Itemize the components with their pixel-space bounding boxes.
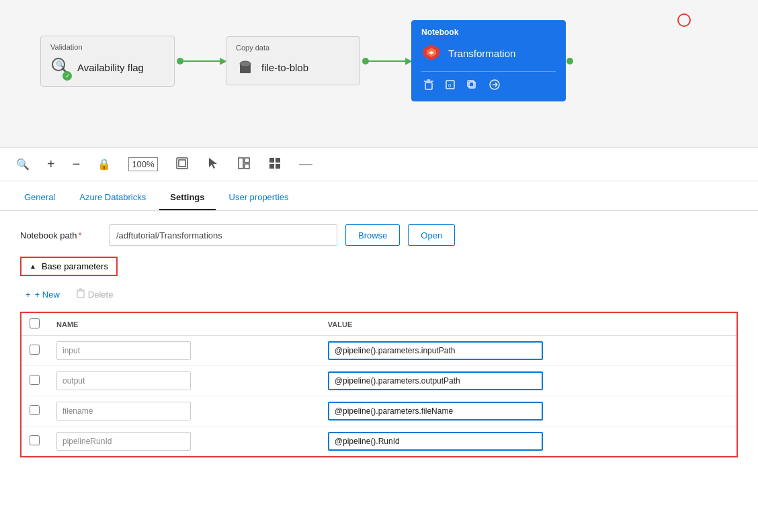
validation-node-label: Availability flag: [77, 62, 144, 73]
svg-rect-23: [179, 160, 185, 167]
row-1-checkbox[interactable]: [30, 345, 40, 355]
copy-data-node[interactable]: Copy data file-to-blob: [226, 36, 360, 85]
row-checkbox-cell: [22, 336, 48, 366]
row-4-checkbox[interactable]: [30, 435, 40, 445]
fit-page-icon: [175, 157, 189, 173]
params-table: NAME VALUE: [22, 313, 736, 456]
copy-data-node-label: file-to-blob: [261, 62, 308, 73]
svg-rect-31: [276, 164, 280, 169]
svg-rect-25: [239, 158, 243, 169]
row-checkbox-cell: [22, 366, 48, 396]
trash-icon: [76, 288, 85, 301]
base-params-label: Base parameters: [42, 261, 108, 271]
base-params-toggle[interactable]: ▲ Base parameters: [20, 257, 118, 276]
notebook-delete-btn[interactable]: [421, 77, 436, 94]
row-4-value-input[interactable]: [328, 432, 543, 451]
open-button[interactable]: Open: [408, 224, 455, 246]
svg-rect-28: [269, 158, 274, 163]
row-1-value-input[interactable]: [328, 341, 543, 360]
row-3-name-cell: [48, 396, 320, 427]
svg-rect-26: [245, 158, 249, 163]
tab-user-properties[interactable]: User properties: [218, 185, 300, 210]
pipeline-canvas[interactable]: Validation 🔍 ✓ Availability flag: [0, 0, 758, 148]
row-3-name-input[interactable]: [56, 402, 191, 420]
zoom-toolbar-btn[interactable]: 100%: [126, 156, 160, 173]
select-all-checkbox[interactable]: [30, 318, 40, 328]
table-row: [22, 396, 736, 427]
new-param-button[interactable]: + + New: [20, 287, 65, 302]
plus-icon-small: +: [26, 290, 31, 300]
validation-node[interactable]: Validation 🔍 ✓ Availability flag: [40, 36, 175, 87]
remove-toolbar-btn[interactable]: −: [70, 155, 83, 173]
cursor-icon: [206, 157, 220, 173]
table-row: [22, 427, 736, 457]
layout-icon: [237, 157, 251, 173]
layout-toolbar-btn[interactable]: [235, 155, 253, 174]
row-1-name-input[interactable]: [56, 341, 191, 360]
required-indicator: *: [79, 230, 82, 240]
row-4-name-input[interactable]: [56, 432, 191, 451]
notebook-path-label: Notebook path*: [20, 230, 101, 240]
notebook-node-footer: 0: [421, 71, 556, 94]
copy-data-node-header: Copy data: [236, 44, 350, 52]
notebook-output-btn[interactable]: [486, 77, 503, 94]
arrow-2: [360, 60, 411, 62]
notebook-copy-btn[interactable]: [464, 77, 479, 94]
search-toolbar-btn[interactable]: 🔍: [13, 157, 32, 172]
row-2-value-input[interactable]: [328, 371, 543, 390]
notebook-node-label: Transformation: [448, 48, 515, 59]
svg-rect-11: [425, 83, 432, 89]
col-checkbox: [22, 313, 48, 336]
col-name-header: NAME: [48, 313, 320, 336]
lock-icon: 🔒: [97, 158, 111, 171]
add-toolbar-btn[interactable]: +: [44, 155, 58, 173]
settings-tabs: General Azure Databricks Settings User p…: [0, 181, 758, 211]
delete-param-button[interactable]: Delete: [71, 285, 119, 304]
row-2-name-cell: [48, 366, 320, 396]
row-1-value-cell: [320, 336, 736, 366]
notebook-path-row: Notebook path* Browse Open: [20, 224, 738, 246]
notebook-right-connector: [566, 58, 573, 64]
tab-azure-databricks[interactable]: Azure Databricks: [69, 185, 157, 210]
search-validate-icon: 🔍 ✓: [50, 56, 71, 79]
row-checkbox-cell: [22, 396, 48, 427]
row-checkbox-cell: [22, 427, 48, 457]
row-3-checkbox[interactable]: [30, 405, 40, 415]
notebook-node-body: Transformation: [421, 42, 556, 64]
copy-data-node-body: file-to-blob: [236, 57, 350, 78]
lock-toolbar-btn[interactable]: 🔒: [95, 157, 114, 172]
svg-rect-32: [77, 291, 84, 298]
tab-general[interactable]: General: [13, 185, 66, 210]
table-row: [22, 366, 736, 396]
notebook-node[interactable]: Notebook Transformation 0: [411, 20, 566, 101]
tab-settings[interactable]: Settings: [159, 185, 215, 210]
row-2-value-cell: [320, 366, 736, 396]
arrow-1: [175, 60, 226, 62]
svg-rect-29: [276, 158, 280, 163]
search-icon: 🔍: [16, 158, 30, 171]
svg-rect-30: [269, 164, 274, 169]
row-3-value-input[interactable]: [328, 402, 543, 420]
fit-page-btn[interactable]: [173, 155, 192, 174]
svg-rect-27: [245, 164, 249, 169]
notebook-activity-log-btn[interactable]: 0: [443, 77, 458, 94]
notebook-path-input[interactable]: [109, 224, 337, 246]
row-2-checkbox[interactable]: [30, 375, 40, 385]
table-row: [22, 336, 736, 366]
databricks-icon: [421, 42, 441, 64]
settings-panel: Notebook path* Browse Open ▲ Base parame…: [0, 211, 758, 471]
validation-node-body: 🔍 ✓ Availability flag: [50, 56, 165, 79]
svg-text:✓: ✓: [65, 73, 71, 79]
plus-icon: +: [47, 157, 55, 172]
row-2-name-input[interactable]: [56, 371, 191, 390]
param-actions: + + New Delete: [20, 285, 738, 304]
collapse-icon: ▲: [30, 263, 36, 270]
grid-icon: [268, 157, 282, 173]
canvas-toolbar: 🔍 + − 🔒 100%: [0, 148, 758, 181]
browse-button[interactable]: Browse: [345, 224, 400, 246]
grid-toolbar-btn[interactable]: [265, 155, 284, 174]
toolbar-separator: [299, 164, 312, 165]
row-4-name-cell: [48, 427, 320, 457]
cursor-toolbar-btn[interactable]: [204, 155, 222, 174]
svg-text:0: 0: [448, 83, 452, 89]
